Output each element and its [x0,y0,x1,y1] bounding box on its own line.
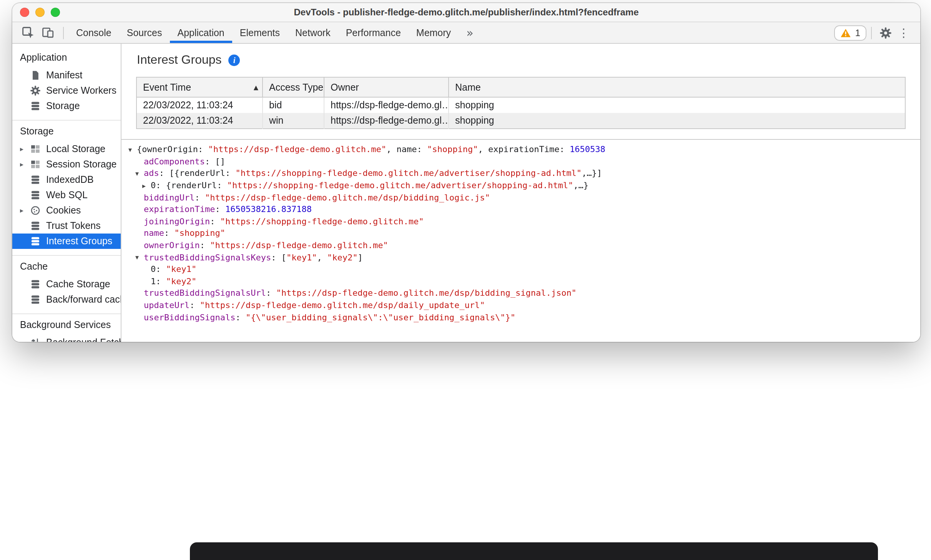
token-string: "key2" [327,252,358,262]
expand-arrow-icon[interactable]: ▸ [20,207,30,214]
tab-application[interactable]: Application [170,22,232,43]
sidebar-item-back-forward-cach[interactable]: Back/forward cach [12,292,121,307]
warning-triangle-icon [841,28,851,37]
more-tabs-icon[interactable]: » [466,26,473,40]
tree-line[interactable]: expirationTime: 1650538216.837188 [121,204,920,215]
token-string: "key2" [166,277,197,287]
warning-badge[interactable]: 1 [835,25,866,40]
token-plain: : [200,240,210,250]
sidebar-item-cookies[interactable]: ▸Cookies [12,203,121,218]
tree-line[interactable]: name: "shopping" [121,227,920,239]
sidebar-item-session-storage[interactable]: ▸Session Storage [12,157,121,172]
zoom-button[interactable] [51,8,60,17]
sidebar-item-local-storage[interactable]: ▸Local Storage [12,141,121,157]
sidebar-item-cache-storage[interactable]: Cache Storage [12,277,121,292]
database-icon [30,279,41,290]
token-string: "key1" [166,264,197,274]
table-row[interactable]: 22/03/2022, 11:03:24winhttps://dsp-fledg… [136,113,905,129]
token-string: "https://dsp-fledge-demo.glitch.me" [208,145,386,155]
tree-line[interactable]: updateUrl: "https://dsp-fledge-demo.glit… [121,299,920,311]
settings-gear-icon[interactable] [879,27,892,39]
database-icon [30,220,41,231]
cell-event-time[interactable]: 22/03/2022, 11:03:24 [136,97,263,113]
sidebar-item-interest-groups[interactable]: Interest Groups [12,234,121,249]
token-string: "https://dsp-fledge-demo.glitch.me/dsp/b… [205,192,490,202]
tree-line[interactable]: trustedBiddingSignalsUrl: "https://dsp-f… [121,287,920,299]
tree-line[interactable]: ▸0: {renderUrl: "https://shopping-fledge… [121,180,920,192]
sidebar-item-web-sql[interactable]: Web SQL [12,187,121,203]
more-options-icon[interactable]: ⋮ [895,26,913,40]
token-string: "https://shopping-fledge-demo.glitch.me/… [235,169,582,179]
sidebar-item-label: Interest Groups [46,236,112,247]
tab-network[interactable]: Network [288,22,338,43]
cell-access-type[interactable]: bid [263,97,324,113]
tree-collapse-icon[interactable]: ▾ [135,170,144,177]
tree-line[interactable]: ownerOrigin: "https://dsp-fledge-demo.gl… [121,240,920,252]
tree-line[interactable]: 0: "key1" [121,263,920,275]
column-header-access-type[interactable]: Access Type [263,77,324,97]
sidebar-item-label: Trust Tokens [46,220,101,231]
token-plain: , [317,252,327,262]
tree-line[interactable]: adComponents: [] [121,156,920,167]
interest-groups-table: Event Time▲Access TypeOwnerName 22/03/20… [136,77,906,129]
tab-memory[interactable]: Memory [409,22,459,43]
tab-console[interactable]: Console [68,22,119,43]
token-plain: : [190,300,200,310]
sidebar-item-background-fetch[interactable]: Background Fetch [12,335,121,342]
sidebar-item-label: Storage [46,101,80,111]
info-icon[interactable]: i [229,54,240,66]
token-key: expirationTime [144,205,215,215]
tree-expand-icon[interactable]: ▸ [142,182,151,189]
token-key: biddingUrl [144,192,195,202]
database-icon [30,294,41,305]
expand-arrow-icon[interactable]: ▸ [20,161,30,168]
tab-sources[interactable]: Sources [119,22,170,43]
inspect-icon[interactable] [22,26,35,40]
sidebar-item-service-workers[interactable]: Service Workers [12,83,121,98]
cell-access-type[interactable]: win [263,113,324,129]
token-string: "key1" [286,252,317,262]
close-button[interactable] [20,8,29,17]
tree-line[interactable]: userBiddingSignals: "{\"user_bidding_sig… [121,311,920,323]
column-header-owner[interactable]: Owner [324,77,449,97]
cell-owner[interactable]: https://dsp-fledge-demo.gl… [324,97,449,113]
tree-line[interactable]: ▾trustedBiddingSignalsKeys: ["key1", "ke… [121,252,920,263]
tree-line[interactable]: biddingUrl: "https://dsp-fledge-demo.gli… [121,192,920,204]
column-header-name[interactable]: Name [449,77,905,97]
tab-performance[interactable]: Performance [338,22,409,43]
column-header-event-time[interactable]: Event Time▲ [136,77,263,97]
tree-collapse-icon[interactable]: ▾ [128,146,137,154]
table-row[interactable]: 22/03/2022, 11:03:24bidhttps://dsp-fledg… [136,97,905,113]
tab-elements[interactable]: Elements [232,22,288,43]
cell-owner[interactable]: https://dsp-fledge-demo.gl… [324,113,449,129]
cell-event-time[interactable]: 22/03/2022, 11:03:24 [136,113,263,129]
sidebar-item-storage[interactable]: Storage [12,98,121,114]
token-plain: ,…}] [582,169,602,179]
tree-collapse-icon[interactable]: ▾ [135,253,144,261]
device-toolbar-icon[interactable] [42,26,55,40]
sidebar-item-label: Web SQL [46,190,88,200]
token-plain: : [156,277,166,287]
gear-icon [30,85,41,96]
tree-line[interactable]: 1: "key2" [121,275,920,287]
token-key: updateUrl [144,300,190,310]
tree-line[interactable]: joiningOrigin: "https://shopping-fledge-… [121,215,920,227]
database-icon [30,190,41,200]
sidebar-item-indexeddb[interactable]: IndexedDB [12,172,121,187]
token-plain: ,…} [573,181,589,191]
tree-line[interactable]: ▾ads: [{renderUrl: "https://shopping-fle… [121,167,920,179]
devtools-toolbar: ConsoleSourcesApplicationElementsNetwork… [12,22,920,44]
sidebar-item-label: Local Storage [46,144,105,154]
expand-arrow-icon[interactable]: ▸ [20,145,30,153]
cell-name[interactable]: shopping [449,97,905,113]
minimize-button[interactable] [35,8,45,17]
token-string: "https://shopping-fledge-demo.glitch.me" [220,217,424,227]
window-titlebar: DevTools - publisher-fledge-demo.glitch.… [12,3,920,22]
sidebar-item-trust-tokens[interactable]: Trust Tokens [12,218,121,234]
tree-line[interactable]: ▾{ownerOrigin: "https://dsp-fledge-demo.… [121,144,920,156]
toolbar-divider [63,27,64,39]
cell-name[interactable]: shopping [449,113,905,129]
sort-ascending-icon: ▲ [254,84,258,91]
sidebar-item-manifest[interactable]: Manifest [12,68,121,83]
token-string: "https://dsp-fledge-demo.glitch.me" [210,240,388,250]
